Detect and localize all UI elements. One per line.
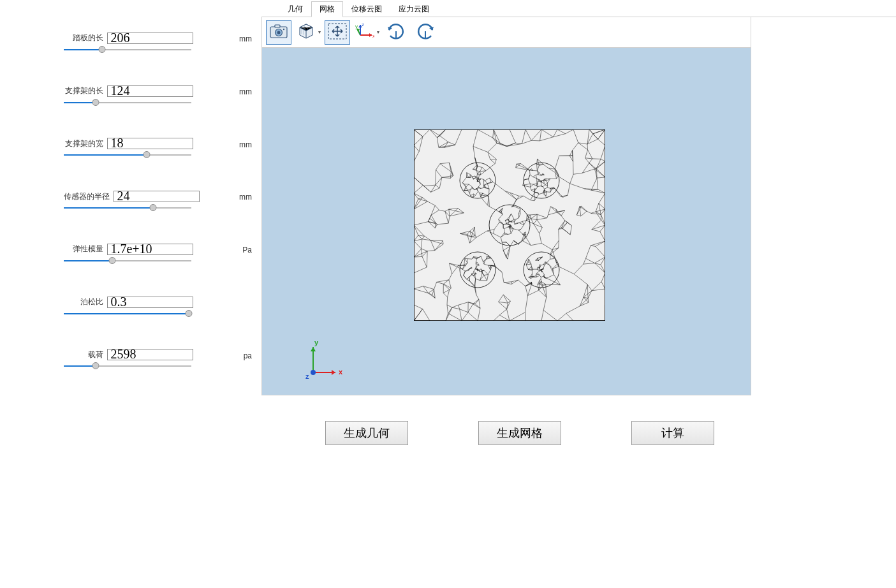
zoom-extents-button[interactable] bbox=[325, 20, 350, 45]
svg-line-183 bbox=[585, 150, 588, 158]
param-input-elastic-modulus[interactable]: 1.7e+10 bbox=[107, 244, 193, 255]
svg-line-557 bbox=[499, 212, 501, 213]
svg-line-659 bbox=[427, 251, 427, 267]
param-unit: mm bbox=[239, 193, 252, 202]
svg-line-243 bbox=[589, 159, 592, 163]
svg-line-708 bbox=[479, 175, 480, 175]
svg-line-400 bbox=[517, 164, 530, 170]
param-slider[interactable] bbox=[64, 256, 191, 265]
svg-line-187 bbox=[562, 228, 571, 235]
svg-line-64 bbox=[478, 129, 493, 138]
svg-line-426 bbox=[588, 291, 592, 298]
svg-line-514 bbox=[510, 312, 525, 321]
tab-geometry[interactable]: 几何 bbox=[279, 1, 311, 17]
svg-line-346 bbox=[495, 266, 502, 272]
svg-line-115 bbox=[414, 251, 427, 257]
axis-orientation-dropdown[interactable]: x y z ▾ bbox=[354, 20, 379, 45]
param-unit: mm bbox=[239, 140, 252, 149]
param-slider[interactable] bbox=[64, 309, 191, 318]
svg-line-1133 bbox=[536, 271, 539, 273]
svg-line-875 bbox=[530, 184, 533, 184]
svg-line-673 bbox=[530, 214, 537, 215]
svg-line-585 bbox=[430, 240, 435, 251]
svg-line-362 bbox=[574, 274, 587, 285]
param-input-support-width[interactable]: 18 bbox=[107, 138, 193, 149]
param-input-load[interactable]: 2598 bbox=[107, 349, 193, 360]
svg-line-567 bbox=[591, 212, 596, 214]
svg-line-261 bbox=[540, 137, 553, 141]
svg-line-729 bbox=[478, 191, 480, 193]
param-input-support-length[interactable]: 124 bbox=[107, 85, 193, 97]
svg-line-62 bbox=[595, 169, 605, 177]
svg-line-800 bbox=[481, 187, 484, 188]
param-row: 支撑架的宽 18 mm bbox=[64, 138, 230, 160]
generate-geometry-button[interactable]: 生成几何 bbox=[325, 421, 408, 445]
svg-line-766 bbox=[462, 177, 467, 182]
param-slider[interactable] bbox=[64, 45, 191, 54]
generate-mesh-button[interactable]: 生成网格 bbox=[478, 421, 561, 445]
param-slider[interactable] bbox=[64, 98, 191, 107]
svg-line-819 bbox=[544, 192, 547, 193]
svg-line-189 bbox=[533, 175, 536, 177]
rotate-cw-icon bbox=[415, 22, 436, 43]
svg-line-259 bbox=[460, 309, 468, 312]
view-tabs: 几何 网格 位移云图 应力云图 bbox=[261, 1, 896, 17]
rotate-left-button[interactable] bbox=[383, 20, 409, 45]
svg-line-779 bbox=[472, 176, 474, 177]
rotate-right-button[interactable] bbox=[413, 20, 438, 45]
svg-line-46 bbox=[414, 152, 419, 161]
svg-line-467 bbox=[495, 159, 496, 164]
svg-line-1095 bbox=[541, 265, 543, 265]
tab-stress-contour[interactable]: 应力云图 bbox=[390, 1, 437, 17]
svg-line-1011 bbox=[480, 275, 484, 280]
svg-line-338 bbox=[585, 258, 594, 263]
svg-line-879 bbox=[531, 184, 534, 187]
svg-line-852 bbox=[541, 182, 541, 186]
svg-line-1218 bbox=[494, 233, 501, 237]
svg-line-86 bbox=[510, 129, 515, 143]
svg-line-299 bbox=[450, 263, 452, 274]
svg-line-877 bbox=[531, 187, 532, 190]
svg-line-518 bbox=[587, 211, 591, 213]
cube-view-dropdown[interactable]: ▾ bbox=[295, 20, 321, 45]
svg-line-737 bbox=[475, 191, 478, 195]
svg-line-709 bbox=[480, 172, 481, 175]
tab-mesh[interactable]: 网格 bbox=[311, 1, 343, 17]
svg-text:y: y bbox=[355, 24, 358, 29]
svg-line-393 bbox=[555, 188, 561, 196]
svg-line-61 bbox=[596, 169, 605, 177]
graphics-viewport[interactable]: x y z bbox=[261, 48, 751, 395]
svg-line-841 bbox=[546, 192, 547, 196]
svg-line-305 bbox=[449, 280, 451, 288]
compute-button[interactable]: 计算 bbox=[631, 421, 714, 445]
screenshot-button[interactable] bbox=[266, 20, 291, 45]
svg-line-582 bbox=[548, 207, 550, 215]
svg-line-627 bbox=[449, 163, 453, 175]
svg-line-660 bbox=[565, 221, 572, 226]
tab-displacement-contour[interactable]: 位移云图 bbox=[343, 1, 390, 17]
svg-line-277 bbox=[503, 251, 506, 258]
svg-line-640 bbox=[481, 197, 488, 205]
svg-line-456 bbox=[511, 280, 518, 282]
param-input-poisson-ratio[interactable]: 0.3 bbox=[107, 297, 193, 308]
svg-line-1217 bbox=[494, 230, 494, 234]
svg-line-184 bbox=[588, 150, 592, 159]
param-input-pedal-length[interactable]: 206 bbox=[107, 33, 193, 44]
svg-line-298 bbox=[450, 263, 459, 265]
svg-line-208 bbox=[422, 239, 422, 249]
param-slider[interactable] bbox=[64, 362, 191, 371]
svg-line-547 bbox=[467, 190, 470, 191]
svg-line-206 bbox=[422, 249, 427, 251]
svg-line-832 bbox=[533, 170, 537, 171]
svg-line-1211 bbox=[519, 221, 522, 223]
svg-line-895 bbox=[529, 170, 530, 175]
param-row: 传感器的半径 24 mm bbox=[64, 190, 230, 212]
param-slider[interactable] bbox=[64, 203, 191, 212]
svg-line-403 bbox=[507, 301, 511, 309]
svg-line-680 bbox=[485, 178, 490, 180]
param-slider[interactable] bbox=[64, 151, 191, 159]
svg-line-1016 bbox=[473, 274, 474, 274]
svg-line-390 bbox=[534, 219, 537, 223]
param-input-sensor-radius[interactable]: 24 bbox=[114, 191, 200, 202]
svg-line-90 bbox=[507, 309, 510, 321]
